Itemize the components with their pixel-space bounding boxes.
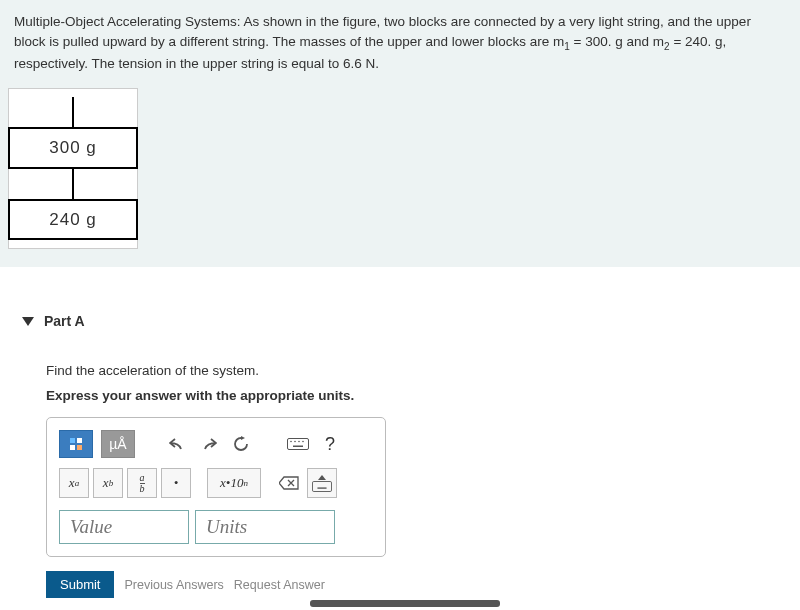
value-input[interactable] (59, 510, 189, 544)
svg-rect-6 (312, 481, 331, 491)
backspace-button[interactable] (275, 469, 303, 497)
keyboard-alt-button[interactable] (307, 468, 337, 498)
figure-container: 300 g 240 g (8, 88, 138, 249)
previous-answers-link[interactable]: Previous Answers (124, 578, 223, 592)
svg-point-4 (302, 441, 304, 443)
problem-text: Multiple-Object Accelerating Systems: As… (14, 12, 786, 74)
request-answer-link[interactable]: Request Answer (234, 578, 325, 592)
part-body: Find the acceleration of the system. Exp… (0, 335, 800, 598)
collapse-icon (22, 317, 34, 326)
svg-point-3 (298, 441, 300, 443)
submit-button[interactable]: Submit (46, 571, 114, 598)
units-symbol-button[interactable]: µÅ (101, 430, 135, 458)
part-label: Part A (44, 313, 85, 329)
question-text: Find the acceleration of the system. (46, 363, 800, 378)
help-button[interactable]: ? (321, 430, 339, 458)
undo-button[interactable] (165, 430, 189, 458)
block-upper: 300 g (8, 127, 138, 169)
block-lower: 240 g (8, 199, 138, 241)
problem-statement: Multiple-Object Accelerating Systems: As… (0, 0, 800, 267)
scrollbar-horizontal[interactable] (310, 600, 500, 607)
svg-rect-7 (317, 487, 326, 488)
dot-button[interactable]: • (161, 468, 191, 498)
svg-point-2 (294, 441, 296, 443)
superscript-button[interactable]: xa (59, 468, 89, 498)
string-lower-icon (72, 169, 74, 199)
svg-rect-5 (293, 446, 303, 448)
subscript-button[interactable]: xb (93, 468, 123, 498)
input-row (59, 510, 373, 544)
units-input[interactable] (195, 510, 335, 544)
svg-rect-0 (288, 439, 309, 450)
answer-input-panel: µÅ ? xa xb ab • x•10n (46, 417, 386, 557)
action-row: Submit Previous Answers Request Answer (46, 571, 800, 598)
part-header[interactable]: Part A (0, 307, 800, 335)
problem-mid1: = 300. g and m (570, 34, 664, 49)
fraction-button[interactable]: ab (127, 468, 157, 498)
sci-notation-button[interactable]: x•10n (207, 468, 261, 498)
redo-button[interactable] (197, 430, 221, 458)
svg-point-1 (290, 441, 292, 443)
reset-button[interactable] (229, 430, 253, 458)
toolbar-row-2: xa xb ab • x•10n (59, 468, 373, 498)
instruction-text: Express your answer with the appropriate… (46, 388, 800, 403)
keyboard-button[interactable] (283, 430, 313, 458)
toolbar-row-1: µÅ ? (59, 430, 373, 458)
templates-button[interactable] (59, 430, 93, 458)
string-upper-icon (72, 97, 74, 127)
